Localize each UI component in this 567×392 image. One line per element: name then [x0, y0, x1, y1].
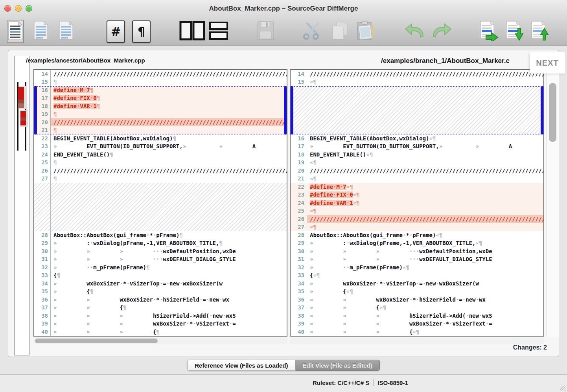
code-line-21[interactable]: 21«¶ — [291, 175, 543, 182]
file-diff-alt-button[interactable] — [34, 20, 49, 43]
code-line-39[interactable]: 39» » » wxBoxSizer·*·vSizerText·= — [291, 320, 543, 328]
code-line-22[interactable]: 22BEGIN_EVENT_TABLE(AboutBox,wxDialog)¶ — [34, 134, 287, 142]
copy-button[interactable] — [330, 20, 349, 43]
code-line-35[interactable]: 35» {«¶ — [291, 287, 543, 295]
code-line-25[interactable]: 25«¶ — [291, 207, 543, 215]
code-line-30[interactable]: 30» » » ···wxDefaultPosition,wxDe — [34, 247, 287, 255]
right-code-panel[interactable]: 14//////////////////////////////////////… — [290, 69, 544, 337]
code-line-27[interactable]: 27¶ — [34, 175, 287, 182]
code-line-40[interactable]: 40» » » {¶ — [34, 328, 287, 336]
code-line-24[interactable]: 24END_EVENT_TABLE()¶ — [34, 151, 287, 158]
split-vertical-view-button[interactable] — [179, 20, 206, 43]
code-line-31[interactable]: 31» » » ···wxDEFAULT_DIALOG_STYLE — [291, 255, 543, 263]
line-number: 27 — [34, 175, 50, 182]
code-line-14[interactable]: 14//////////////////////////////////////… — [34, 70, 287, 78]
code-line-40[interactable]: 40» » » {«¶ — [291, 328, 543, 336]
code-line-34[interactable]: 34» wxBoxSizer·*·vSizerTop·=·new·wxBoxSi… — [291, 280, 543, 287]
code-line-26[interactable]: 26//////////////////////////////////////… — [34, 167, 287, 175]
left-horizontal-scrollbar[interactable] — [33, 338, 287, 344]
code-line-29[interactable]: 29» :·wxDialog(pFrame,-1,VER_ABOUTBOX_TI… — [34, 239, 287, 247]
code-line-31[interactable]: 31» » » ···wxDEFAULT_DIALOG_STYLE — [34, 255, 287, 263]
code-line-30[interactable]: 30» » » ···wxDefaultPosition,wxDe — [291, 247, 543, 255]
code-line-20[interactable]: 20//////////////////////////////////////… — [34, 118, 287, 126]
next-change-button[interactable]: NEXT — [530, 52, 565, 74]
line-text: » » » ···wxDEFAULT_DIALOG_STYLE — [51, 255, 287, 263]
code-line-38[interactable]: 38» » » hSizerField->Add(·new·wxS — [34, 312, 287, 320]
redo-button[interactable] — [431, 20, 452, 43]
line-text: » wxBoxSizer·*·vSizerTop·=·new·wxBoxSize… — [307, 280, 543, 287]
code-line-15[interactable]: 15«¶ — [291, 78, 543, 86]
code-line-23[interactable]: 23#define·FIX·0«¶ — [291, 191, 543, 199]
code-line-23[interactable]: 23» EVT_BUTTON(ID_BUTTON_SUPPORT,» » A — [34, 142, 287, 150]
eol-mark: «¶ — [403, 264, 409, 271]
code-line-26[interactable]: 26//////////////////////////////////////… — [291, 215, 543, 223]
apply-change-right-button[interactable] — [480, 20, 499, 43]
undo-button[interactable] — [404, 20, 425, 43]
code-line-27[interactable]: 27«¶ — [291, 223, 543, 231]
split-horizontal-view-button[interactable] — [209, 20, 228, 43]
code-line-37[interactable]: 37» » {«¶ — [291, 304, 543, 311]
paste-button[interactable] — [356, 20, 376, 43]
code-line-14[interactable]: 14//////////////////////////////////////… — [291, 70, 543, 78]
line-number: 22 — [34, 134, 50, 142]
selection-bar-right — [541, 86, 543, 134]
code-line-36[interactable]: 36» » wxBoxSizer·*·hSizerField·=·new·wx — [291, 296, 543, 304]
document-blue-lines-icon — [34, 21, 49, 42]
overview-map[interactable] — [14, 56, 29, 355]
diff-container: /examples/ancestor/AboutBox_Marker.cpp /… — [8, 50, 559, 357]
cut-button[interactable] — [302, 20, 323, 43]
line-number: 32 — [34, 263, 50, 271]
tab-reference-view[interactable]: Reference View (Files as Loaded) — [187, 360, 295, 371]
line-numbers-toggle[interactable]: # — [107, 20, 125, 43]
code-line-25[interactable]: 25¶ — [34, 158, 287, 166]
zoom-button[interactable] — [26, 5, 32, 12]
code-line-32[interactable]: 32» ··m_pFrame(pFrame)¶ — [34, 263, 287, 271]
line-number: 34 — [34, 280, 50, 287]
close-button[interactable] — [4, 5, 11, 12]
code-line-34[interactable]: 34» wxBoxSizer·*·vSizerTop·=·new·wxBoxSi… — [34, 280, 287, 287]
code-line-22[interactable]: 22#define·M·7«¶ — [291, 183, 543, 191]
change-mark-1-dark — [18, 99, 24, 103]
code-line-24[interactable]: 24#define·VAR·1«¶ — [291, 199, 543, 207]
code-line-16[interactable]: 16BEGIN_EVENT_TABLE(AboutBox,wxDialog)«¶ — [291, 134, 543, 142]
save-button[interactable] — [256, 20, 274, 43]
code-line-17[interactable]: 17#define·FIX·0¶ — [34, 94, 287, 102]
left-code-panel[interactable]: 14//////////////////////////////////////… — [33, 69, 287, 337]
code-line-36[interactable]: 36» » wxBoxSizer·*·hSizerField·=·new·wx — [34, 296, 287, 304]
minimize-button[interactable] — [15, 5, 22, 12]
invisibles-toggle[interactable]: ¶ — [132, 20, 151, 43]
line-text: AboutBox::AboutBox(gui_frame·*·pFrame)«¶ — [307, 231, 543, 239]
line-number: 19 — [291, 158, 307, 166]
apply-change-down-button[interactable] — [506, 20, 525, 43]
code-line-37[interactable]: 37» » {¶ — [34, 304, 287, 311]
tab-edit-view[interactable]: Edit View (File as Edited) — [296, 360, 380, 371]
code-line-16[interactable]: 16#define·M·7¶ — [34, 86, 287, 94]
code-line-18[interactable]: 18#define·VAR·1¶ — [34, 102, 287, 110]
folder-diff-button[interactable] — [59, 20, 74, 43]
file-diff-button[interactable] — [7, 20, 24, 43]
vertical-scrollbar-thumb[interactable] — [549, 83, 556, 142]
code-line-18[interactable]: 18END_EVENT_TABLE()«¶ — [291, 151, 543, 158]
code-line-21[interactable]: 21¶ — [34, 126, 287, 134]
code-line-15[interactable]: 15¶ — [34, 78, 287, 86]
resize-grip[interactable] — [560, 385, 566, 391]
code-line-39[interactable]: 39» » » wxBoxSizer·*·vSizerText·= — [34, 320, 287, 328]
left-horizontal-scrollbar-thumb[interactable] — [35, 339, 158, 343]
code-line-32[interactable]: 32» ··m_pFrame(pFrame)«¶ — [291, 263, 543, 271]
code-line-28[interactable]: 28AboutBox::AboutBox(gui_frame·*·pFrame)… — [34, 231, 287, 239]
code-line-29[interactable]: 29» :·wxDialog(pFrame,-1,VER_ABOUTBOX_TI… — [291, 239, 543, 247]
code-line-33[interactable]: 33{¶ — [34, 271, 287, 279]
code-line-35[interactable]: 35» {¶ — [34, 287, 287, 295]
eol-mark: ¶ — [173, 135, 176, 142]
code-line-17[interactable]: 17» EVT_BUTTON(ID_BUTTON_SUPPORT,» » A — [291, 142, 543, 150]
apply-change-up-button[interactable] — [531, 20, 550, 43]
code-line-19[interactable]: 19«¶ — [291, 158, 543, 166]
code-line-33[interactable]: 33{«¶ — [291, 271, 543, 279]
right-horizontal-scrollbar[interactable] — [290, 338, 544, 344]
code-line-19[interactable]: 19¶ — [34, 110, 287, 118]
vertical-scrollbar[interactable] — [546, 69, 559, 337]
code-line-20[interactable]: 20//////////////////////////////////////… — [291, 167, 543, 175]
code-line-38[interactable]: 38» » » hSizerField->Add(·new·wxS — [291, 312, 543, 320]
line-text: «¶ — [307, 223, 543, 231]
code-line-28[interactable]: 28AboutBox::AboutBox(gui_frame·*·pFrame)… — [291, 231, 543, 239]
